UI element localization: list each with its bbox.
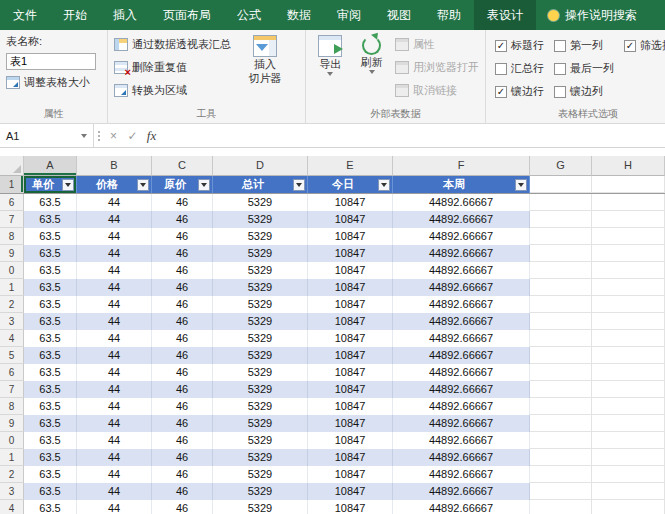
empty-cell[interactable]: [592, 194, 665, 211]
cell[interactable]: 10847: [308, 347, 393, 364]
row-header[interactable]: 7: [0, 211, 24, 228]
empty-cell[interactable]: [592, 279, 665, 296]
empty-cell[interactable]: [592, 176, 665, 193]
filter-button-checkbox[interactable]: ✓筛选按钮: [624, 38, 665, 53]
cell[interactable]: 44892.66667: [393, 296, 530, 313]
table-header-cell[interactable]: 价格: [77, 176, 152, 193]
empty-cell[interactable]: [530, 313, 592, 330]
tab-formulas[interactable]: 公式: [224, 0, 274, 30]
column-header-C[interactable]: C: [152, 156, 213, 176]
cell[interactable]: 10847: [308, 466, 393, 483]
column-header-D[interactable]: D: [213, 156, 308, 176]
cell[interactable]: 44: [77, 296, 152, 313]
empty-cell[interactable]: [592, 483, 665, 500]
tab-help[interactable]: 帮助: [424, 0, 474, 30]
cell[interactable]: 10847: [308, 296, 393, 313]
cell[interactable]: 44: [77, 347, 152, 364]
filter-button[interactable]: [293, 179, 305, 191]
row-header[interactable]: 2: [0, 466, 24, 483]
cell[interactable]: 63.5: [24, 432, 77, 449]
cell[interactable]: 44892.66667: [393, 500, 530, 514]
tab-view[interactable]: 视图: [374, 0, 424, 30]
cell[interactable]: 44892.66667: [393, 313, 530, 330]
filter-button[interactable]: [137, 179, 149, 191]
cell[interactable]: 10847: [308, 245, 393, 262]
enter-check-icon[interactable]: ✓: [123, 124, 142, 147]
cell[interactable]: 10847: [308, 279, 393, 296]
cell[interactable]: 5329: [213, 347, 308, 364]
cell[interactable]: 63.5: [24, 330, 77, 347]
cell[interactable]: 44: [77, 228, 152, 245]
cell[interactable]: 10847: [308, 194, 393, 211]
banded-rows-checkbox[interactable]: ✓镶边行: [495, 84, 544, 99]
cell[interactable]: 63.5: [24, 500, 77, 514]
cell[interactable]: 44: [77, 381, 152, 398]
row-header[interactable]: 0: [0, 432, 24, 449]
cell[interactable]: 5329: [213, 364, 308, 381]
empty-cell[interactable]: [530, 296, 592, 313]
cell[interactable]: 44: [77, 466, 152, 483]
cell[interactable]: 5329: [213, 330, 308, 347]
export-button[interactable]: 导出: [312, 34, 349, 108]
cell[interactable]: 46: [152, 432, 213, 449]
cell[interactable]: 5329: [213, 296, 308, 313]
cell[interactable]: 44: [77, 364, 152, 381]
filter-button[interactable]: [378, 179, 390, 191]
cell[interactable]: 5329: [213, 262, 308, 279]
empty-cell[interactable]: [592, 500, 665, 514]
cell[interactable]: 5329: [213, 398, 308, 415]
empty-cell[interactable]: [592, 364, 665, 381]
cell[interactable]: 44892.66667: [393, 262, 530, 279]
cell[interactable]: 63.5: [24, 313, 77, 330]
cell[interactable]: 44892.66667: [393, 398, 530, 415]
filter-button[interactable]: [62, 179, 74, 191]
row-header[interactable]: 7: [0, 381, 24, 398]
empty-cell[interactable]: [530, 483, 592, 500]
cell[interactable]: 46: [152, 296, 213, 313]
cell[interactable]: 10847: [308, 398, 393, 415]
empty-cell[interactable]: [592, 211, 665, 228]
cell[interactable]: 44892.66667: [393, 483, 530, 500]
banded-columns-checkbox[interactable]: 镶边列: [554, 84, 614, 99]
cell[interactable]: 5329: [213, 415, 308, 432]
cell[interactable]: 10847: [308, 483, 393, 500]
cell[interactable]: 5329: [213, 432, 308, 449]
cell[interactable]: 5329: [213, 381, 308, 398]
cell[interactable]: 46: [152, 245, 213, 262]
cell[interactable]: 63.5: [24, 449, 77, 466]
cell[interactable]: 10847: [308, 211, 393, 228]
empty-cell[interactable]: [592, 313, 665, 330]
cell[interactable]: 10847: [308, 262, 393, 279]
table-name-input[interactable]: [6, 53, 96, 70]
cell[interactable]: 44: [77, 194, 152, 211]
remove-duplicates-button[interactable]: 删除重复值: [114, 59, 231, 76]
cell[interactable]: 44: [77, 245, 152, 262]
refresh-button[interactable]: 刷新: [354, 34, 391, 108]
tab-table-design[interactable]: 表设计: [474, 0, 536, 30]
filter-button[interactable]: [198, 179, 210, 191]
cell[interactable]: 44892.66667: [393, 449, 530, 466]
empty-cell[interactable]: [592, 415, 665, 432]
cell[interactable]: 10847: [308, 415, 393, 432]
empty-cell[interactable]: [592, 449, 665, 466]
empty-cell[interactable]: [530, 500, 592, 514]
table-header-cell[interactable]: 单价: [24, 176, 77, 193]
cell[interactable]: 44: [77, 330, 152, 347]
row-header-1[interactable]: 1: [0, 176, 24, 193]
empty-cell[interactable]: [530, 347, 592, 364]
cell[interactable]: 63.5: [24, 211, 77, 228]
cell[interactable]: 44892.66667: [393, 415, 530, 432]
row-header[interactable]: 9: [0, 245, 24, 262]
row-header[interactable]: 2: [0, 296, 24, 313]
table-header-cell[interactable]: 本周: [393, 176, 530, 193]
tab-page-layout[interactable]: 页面布局: [150, 0, 224, 30]
cell[interactable]: 5329: [213, 449, 308, 466]
empty-cell[interactable]: [530, 228, 592, 245]
column-header-G[interactable]: G: [530, 156, 592, 176]
empty-cell[interactable]: [530, 194, 592, 211]
cell[interactable]: 63.5: [24, 279, 77, 296]
cell[interactable]: 10847: [308, 381, 393, 398]
cell[interactable]: 44892.66667: [393, 194, 530, 211]
row-header[interactable]: 3: [0, 483, 24, 500]
cell[interactable]: 5329: [213, 245, 308, 262]
